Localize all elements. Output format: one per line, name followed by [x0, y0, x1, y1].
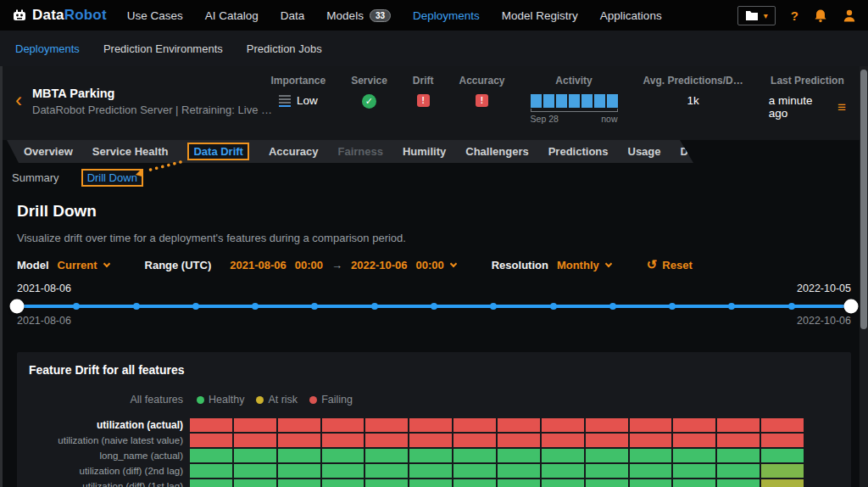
- drift-cell-healthy[interactable]: [673, 479, 715, 487]
- slider-handle-start[interactable]: [10, 299, 25, 314]
- drift-cell-healthy[interactable]: [673, 464, 715, 478]
- tab-fairness[interactable]: Fairness: [338, 145, 383, 158]
- reset-button[interactable]: ↺ Reset: [647, 257, 693, 272]
- tab-usage[interactable]: Usage: [628, 145, 661, 158]
- drift-cell-failing[interactable]: [234, 418, 276, 432]
- slider-tick-dot[interactable]: [431, 303, 437, 310]
- drift-cell-failing[interactable]: [453, 434, 496, 447]
- drift-cell-healthy[interactable]: [630, 464, 672, 478]
- datarobot-logo[interactable]: DataRobot: [12, 7, 107, 24]
- top-nav-item-deployments[interactable]: Deployments: [413, 9, 480, 22]
- drift-cell-healthy[interactable]: [586, 479, 628, 487]
- tab-challengers[interactable]: Challengers: [465, 145, 528, 158]
- drift-cell-healthy[interactable]: [234, 449, 276, 462]
- model-select[interactable]: Current: [58, 259, 109, 271]
- drift-cell-failing[interactable]: [630, 434, 672, 447]
- slider-tick-dot[interactable]: [311, 303, 318, 310]
- drift-cell-healthy[interactable]: [322, 449, 364, 462]
- drift-cell-healthy[interactable]: [190, 464, 232, 478]
- drift-cell-failing[interactable]: [498, 434, 540, 447]
- drift-cell-healthy[interactable]: [498, 449, 540, 462]
- drift-cell-healthy[interactable]: [278, 449, 320, 462]
- deployment-menu-icon[interactable]: ≡: [837, 100, 846, 115]
- secondary-nav-item-deployments[interactable]: Deployments: [15, 42, 80, 55]
- slider-tick-dot[interactable]: [133, 303, 140, 310]
- drift-cell-failing[interactable]: [761, 418, 804, 432]
- drift-cell-failing[interactable]: [761, 434, 804, 447]
- drift-cell-failing[interactable]: [453, 418, 496, 432]
- subtab-drill-down[interactable]: Drill Down: [81, 169, 143, 187]
- drift-cell-healthy[interactable]: [365, 479, 408, 487]
- drift-cell-healthy[interactable]: [409, 464, 452, 478]
- drift-cell-healthy[interactable]: [453, 464, 496, 478]
- drift-cell-healthy[interactable]: [453, 449, 496, 462]
- slider-tick-dot[interactable]: [550, 303, 557, 310]
- drift-cell-healthy[interactable]: [717, 449, 760, 462]
- drift-cell-failing[interactable]: [234, 434, 276, 447]
- tab-overview[interactable]: Overview: [24, 145, 73, 158]
- page-scrollbar[interactable]: [860, 66, 868, 487]
- drift-cell-healthy[interactable]: [586, 449, 628, 462]
- slider-tick-dot[interactable]: [669, 303, 676, 310]
- drift-cell-failing[interactable]: [365, 418, 408, 432]
- drift-cell-failing[interactable]: [409, 418, 452, 432]
- top-nav-item-ai-catalog[interactable]: AI Catalog: [205, 9, 259, 22]
- drift-cell-failing[interactable]: [673, 418, 715, 432]
- notifications-bell-icon[interactable]: [814, 8, 827, 23]
- drift-cell-failing[interactable]: [630, 418, 672, 432]
- tab-settings[interactable]: Settings: [762, 145, 805, 158]
- drift-cell-healthy[interactable]: [453, 479, 496, 487]
- slider-tick-dot[interactable]: [252, 303, 259, 310]
- drift-cell-failing[interactable]: [278, 434, 320, 447]
- drift-cell-healthy[interactable]: [322, 464, 364, 478]
- top-nav-item-model-registry[interactable]: Model Registry: [502, 9, 578, 22]
- drift-cell-failing[interactable]: [409, 434, 452, 447]
- drift-cell-healthy[interactable]: [409, 479, 452, 487]
- slider-tick-dot[interactable]: [609, 303, 616, 310]
- tab-data-export[interactable]: Data Export: [681, 145, 743, 158]
- resolution-select[interactable]: Monthly: [557, 259, 611, 271]
- drift-cell-healthy[interactable]: [190, 479, 232, 487]
- drift-cell-failing[interactable]: [365, 434, 408, 447]
- drift-cell-failing[interactable]: [542, 418, 584, 432]
- drift-cell-healthy[interactable]: [717, 479, 760, 487]
- drift-cell-healthy[interactable]: [542, 479, 584, 487]
- drift-cell-healthy[interactable]: [234, 479, 276, 487]
- drift-cell-failing[interactable]: [190, 434, 232, 447]
- drift-cell-healthy[interactable]: [630, 479, 672, 487]
- tab-service-health[interactable]: Service Health: [92, 145, 169, 158]
- user-profile-icon[interactable]: [843, 8, 856, 23]
- drift-cell-failing[interactable]: [673, 434, 715, 447]
- scrollbar-thumb[interactable]: [860, 70, 867, 329]
- top-nav-item-models[interactable]: Models33: [326, 9, 391, 22]
- slider-tick-dot[interactable]: [371, 303, 378, 310]
- drift-cell-healthy[interactable]: [278, 479, 320, 487]
- project-folder-button[interactable]: ▾: [737, 6, 776, 25]
- drift-cell-failing[interactable]: [542, 434, 584, 447]
- drift-cell-failing[interactable]: [322, 434, 364, 447]
- drift-cell-failing[interactable]: [717, 434, 760, 447]
- top-nav-item-data[interactable]: Data: [281, 9, 305, 22]
- slider-tick-dot[interactable]: [490, 303, 497, 310]
- drift-cell-healthy[interactable]: [673, 449, 715, 462]
- drift-cell-at_risk_light[interactable]: [761, 464, 804, 478]
- drift-cell-healthy[interactable]: [498, 479, 540, 487]
- secondary-nav-item-prediction-environments[interactable]: Prediction Environments: [103, 42, 223, 55]
- drift-cell-at_risk[interactable]: [761, 479, 804, 487]
- secondary-nav-item-prediction-jobs[interactable]: Prediction Jobs: [247, 42, 322, 55]
- drift-cell-healthy[interactable]: [542, 464, 584, 478]
- drift-cell-failing[interactable]: [190, 418, 232, 432]
- top-nav-item-use-cases[interactable]: Use Cases: [127, 9, 183, 22]
- drift-cell-healthy[interactable]: [542, 449, 584, 462]
- drift-cell-healthy[interactable]: [365, 464, 408, 478]
- drift-cell-healthy[interactable]: [278, 464, 320, 478]
- drift-cell-failing[interactable]: [278, 418, 320, 432]
- drift-cell-healthy[interactable]: [190, 449, 232, 462]
- all-features-filter[interactable]: All features: [29, 394, 190, 406]
- drift-cell-healthy[interactable]: [234, 464, 276, 478]
- drift-cell-healthy[interactable]: [409, 449, 452, 462]
- drift-cell-failing[interactable]: [586, 434, 628, 447]
- drift-cell-healthy[interactable]: [717, 464, 760, 478]
- drift-cell-healthy[interactable]: [586, 464, 628, 478]
- drift-cell-healthy[interactable]: [761, 449, 804, 462]
